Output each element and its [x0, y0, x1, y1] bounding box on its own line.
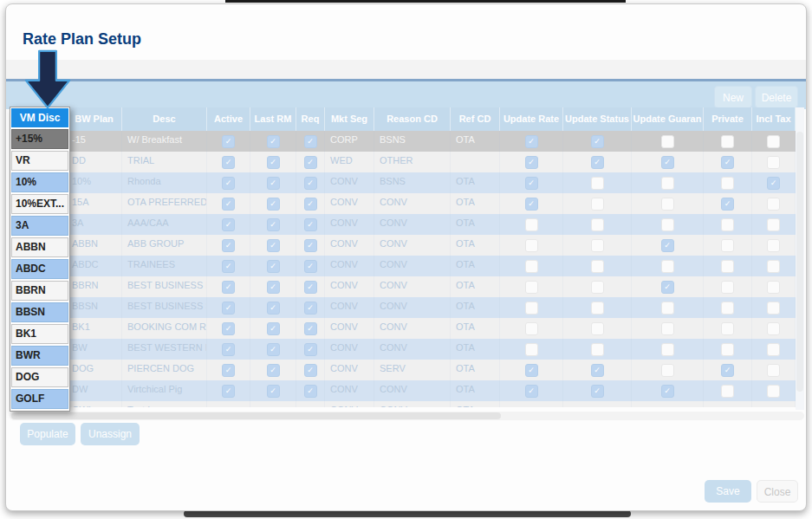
checkbox-req[interactable]: ✓ [304, 343, 317, 356]
checkbox-private[interactable] [721, 343, 734, 356]
checkbox-incl_tax[interactable]: ✓ [767, 177, 780, 190]
checkbox-update_guaran[interactable] [661, 260, 674, 273]
dropdown-item[interactable]: VR [11, 151, 68, 171]
checkbox-active[interactable]: ✓ [222, 322, 235, 335]
column-header-req[interactable]: Req [296, 107, 325, 131]
checkbox-update_rate[interactable] [525, 260, 538, 273]
checkbox-incl_tax[interactable] [767, 364, 780, 377]
checkbox-req[interactable]: ✓ [304, 239, 317, 252]
table-row[interactable]: 15AOTA PREFERRED PA...✓✓✓CONVCONVOTA✓✓ [10, 193, 804, 214]
checkbox-active[interactable]: ✓ [222, 135, 235, 148]
horizontal-scrollbar[interactable] [10, 412, 804, 420]
checkbox-incl_tax[interactable] [767, 135, 780, 148]
delete-button[interactable]: Delete [755, 86, 798, 108]
checkbox-active[interactable]: ✓ [222, 260, 235, 273]
checkbox-incl_tax[interactable] [767, 302, 780, 315]
dropdown-item[interactable]: BWR [11, 346, 68, 366]
checkbox-last_rm[interactable]: ✓ [267, 385, 280, 398]
dropdown-item[interactable]: ABBN [11, 237, 68, 257]
close-button[interactable]: Close [757, 480, 798, 503]
checkbox-incl_tax[interactable] [767, 385, 780, 398]
checkbox-update_status[interactable] [591, 322, 604, 335]
checkbox-last_rm[interactable]: ✓ [267, 218, 280, 231]
populate-button[interactable]: Populate [20, 423, 75, 445]
checkbox-last_rm[interactable]: ✓ [267, 177, 280, 190]
vertical-scrollbar[interactable] [796, 107, 804, 410]
checkbox-last_rm[interactable]: ✓ [267, 322, 280, 335]
checkbox-update_guaran[interactable] [661, 343, 674, 356]
checkbox-update_status[interactable] [591, 281, 604, 294]
new-button[interactable]: New [714, 86, 752, 108]
column-header-mkt_seg[interactable]: Mkt Seg [325, 107, 374, 131]
checkbox-last_rm[interactable]: ✓ [267, 135, 280, 148]
table-row[interactable]: ABBNABB GROUP✓✓✓CONVCONVOTA✓ [10, 235, 804, 256]
column-header-update_guaran[interactable]: Update Guaran [632, 107, 704, 131]
checkbox-incl_tax[interactable] [767, 156, 780, 169]
checkbox-update_status[interactable] [591, 343, 604, 356]
checkbox-update_rate[interactable]: ✓ [525, 198, 538, 211]
dropdown-item[interactable]: +15% [11, 129, 68, 149]
checkbox-update_rate[interactable] [525, 302, 538, 315]
vertical-scrollbar-thumb[interactable] [796, 132, 803, 392]
column-header-desc[interactable]: Desc [122, 107, 207, 131]
checkbox-active[interactable]: ✓ [222, 343, 235, 356]
checkbox-update_guaran[interactable] [661, 364, 674, 377]
checkbox-last_rm[interactable]: ✓ [267, 239, 280, 252]
table-row[interactable]: BK1BOOKING COM RACK✓✓✓CONVCONVOTA [10, 318, 804, 339]
checkbox-update_rate[interactable] [525, 218, 538, 231]
checkbox-update_status[interactable]: ✓ [591, 364, 604, 377]
checkbox-update_rate[interactable] [525, 343, 538, 356]
checkbox-incl_tax[interactable] [767, 343, 780, 356]
checkbox-active[interactable]: ✓ [222, 218, 235, 231]
checkbox-update_status[interactable]: ✓ [591, 156, 604, 169]
checkbox-update_status[interactable] [591, 260, 604, 273]
checkbox-private[interactable] [721, 322, 734, 335]
checkbox-req[interactable]: ✓ [304, 156, 317, 169]
table-row[interactable]: 3AAAA/CAA✓✓✓CONVCONVOTA [10, 214, 804, 235]
checkbox-update_rate[interactable]: ✓ [525, 135, 538, 148]
checkbox-update_status[interactable] [591, 239, 604, 252]
column-header-active[interactable]: Active [207, 107, 250, 131]
checkbox-active[interactable]: ✓ [222, 239, 235, 252]
checkbox-incl_tax[interactable] [767, 322, 780, 335]
dropdown-item[interactable]: ABDC [11, 259, 68, 279]
dropdown-item[interactable]: 10%EXT... [11, 194, 68, 214]
checkbox-last_rm[interactable]: ✓ [267, 156, 280, 169]
checkbox-private[interactable] [721, 239, 734, 252]
checkbox-req[interactable]: ✓ [304, 198, 317, 211]
checkbox-private[interactable] [721, 177, 734, 190]
checkbox-active[interactable]: ✓ [222, 177, 235, 190]
checkbox-req[interactable]: ✓ [304, 322, 317, 335]
checkbox-update_status[interactable]: ✓ [591, 385, 604, 398]
column-header-update_status[interactable]: Update Status [563, 107, 632, 131]
checkbox-update_rate[interactable]: ✓ [525, 156, 538, 169]
column-header-ref_cd[interactable]: Ref CD [451, 107, 500, 131]
dropdown-item[interactable]: BK1 [11, 324, 68, 344]
dropdown-item[interactable]: BBRN [11, 281, 68, 301]
checkbox-req[interactable]: ✓ [304, 385, 317, 398]
dropdown-item[interactable]: DOG [11, 367, 68, 387]
checkbox-update_status[interactable] [591, 198, 604, 211]
checkbox-active[interactable]: ✓ [222, 302, 235, 315]
column-header-update_rate[interactable]: Update Rate [500, 107, 563, 131]
save-button[interactable]: Save [705, 480, 751, 503]
dropdown-item[interactable]: 3A [11, 216, 68, 236]
unassign-button[interactable]: Unassign [81, 423, 140, 445]
checkbox-req[interactable]: ✓ [304, 260, 317, 273]
column-header-last_rm[interactable]: Last RM [250, 107, 296, 131]
column-header-reason_cd[interactable]: Reason CD [374, 107, 451, 131]
checkbox-req[interactable]: ✓ [304, 281, 317, 294]
checkbox-private[interactable]: ✓ [721, 198, 734, 211]
checkbox-req[interactable]: ✓ [304, 135, 317, 148]
checkbox-update_status[interactable] [591, 302, 604, 315]
column-header-private[interactable]: Private [704, 107, 752, 131]
table-row[interactable]: GWLTest LCONVCONVOTA [10, 401, 804, 407]
checkbox-update_guaran[interactable]: ✓ [661, 385, 674, 398]
table-row[interactable]: DDTRIAL✓✓✓WEDOTHER✓✓✓✓ [10, 152, 804, 172]
checkbox-last_rm[interactable]: ✓ [267, 343, 280, 356]
checkbox-last_rm[interactable]: ✓ [267, 364, 280, 377]
checkbox-update_guaran[interactable] [661, 135, 674, 148]
checkbox-private[interactable] [721, 302, 734, 315]
checkbox-active[interactable]: ✓ [222, 156, 235, 169]
checkbox-last_rm[interactable]: ✓ [267, 281, 280, 294]
